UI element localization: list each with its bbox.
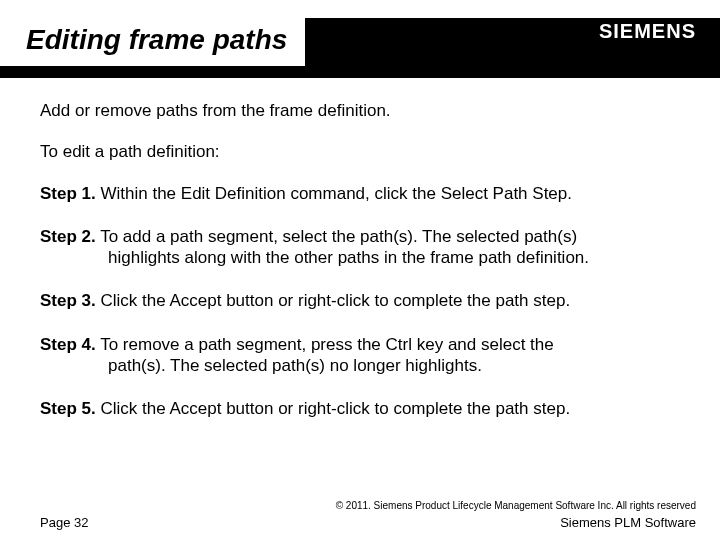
step-3-text: Click the Accept button or right-click t… (100, 291, 570, 310)
step-4-text-b: path(s). The selected path(s) no longer … (108, 355, 680, 376)
step-2-label: Step 2. (40, 227, 96, 246)
step-4-label: Step 4. (40, 335, 96, 354)
step-3-label: Step 3. (40, 291, 96, 310)
step-5: Step 5. Click the Accept button or right… (40, 398, 680, 419)
siemens-logo: SIEMENS (599, 20, 696, 43)
footer-row: Page 32 Siemens PLM Software (40, 515, 696, 530)
step-4: Step 4. To remove a path segment, press … (40, 334, 680, 377)
step-2-text-b: highlights along with the other paths in… (108, 247, 680, 268)
step-2-text-a: To add a path segment, select the path(s… (100, 227, 577, 246)
step-1-text: Within the Edit Definition command, clic… (100, 184, 572, 203)
content-area: Add or remove paths from the frame defin… (40, 100, 680, 480)
step-1-label: Step 1. (40, 184, 96, 203)
intro-line-2: To edit a path definition: (40, 141, 680, 162)
page-number: Page 32 (40, 515, 88, 530)
copyright-text: © 2011. Siemens Product Lifecycle Manage… (40, 500, 696, 511)
intro-line-1: Add or remove paths from the frame defin… (40, 100, 680, 121)
step-4-text-a: To remove a path segment, press the Ctrl… (100, 335, 554, 354)
step-5-text: Click the Accept button or right-click t… (100, 399, 570, 418)
slide: Editing frame paths SIEMENS Add or remov… (0, 0, 720, 540)
title-wrap: Editing frame paths (0, 10, 305, 70)
step-5-label: Step 5. (40, 399, 96, 418)
step-3: Step 3. Click the Accept button or right… (40, 290, 680, 311)
step-2: Step 2. To add a path segment, select th… (40, 226, 680, 269)
step-1: Step 1. Within the Edit Definition comma… (40, 183, 680, 204)
product-name: Siemens PLM Software (560, 515, 696, 530)
slide-title: Editing frame paths (0, 14, 305, 66)
footer: © 2011. Siemens Product Lifecycle Manage… (40, 500, 696, 530)
